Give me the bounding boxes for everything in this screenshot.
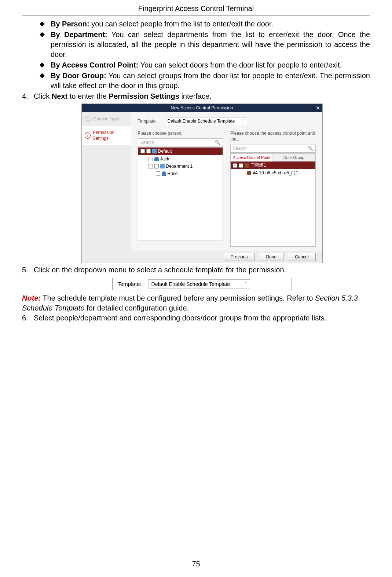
step-text: interface. (179, 92, 212, 100)
bullet-item: By Access Control Point: You can select … (43, 60, 370, 70)
cancel-button[interactable]: Cancel (288, 253, 315, 261)
tree-root[interactable]: − Default (138, 148, 223, 155)
checkbox[interactable] (146, 149, 151, 153)
bullet-text: You can select doors from the door list … (138, 61, 342, 69)
note-text: The schedule template must be configured… (41, 294, 315, 302)
collapse-icon[interactable]: − (140, 149, 145, 153)
checkbox[interactable] (239, 163, 243, 168)
tree-label: 门禁组1 (250, 162, 266, 168)
chevron-down-icon: ˅ (243, 119, 245, 124)
step-5: 5. Click on the dropdown menu to select … (22, 265, 370, 290)
bullet-item: By Person: you can select people from th… (43, 19, 370, 29)
person-tree[interactable]: − Default Jack (138, 147, 223, 240)
template-value: Default Enable Schedule Template (168, 118, 235, 124)
running-header: Fingerprint Access Control Terminal (22, 0, 370, 15)
step-label: Choose Type (94, 116, 120, 122)
wizard-step-2[interactable]: 2 Permission Settings (82, 126, 131, 145)
bullet-item: By Department: You can select department… (43, 30, 370, 59)
step-text: Select people/department and correspondi… (34, 314, 326, 322)
chevron-down-icon: ˅ (245, 282, 247, 287)
checkbox[interactable] (156, 171, 160, 176)
bullet-bold: By Person: (51, 20, 89, 28)
step-number: 5. (22, 265, 28, 275)
page-number: 75 (0, 559, 392, 569)
note-label: Note: (22, 294, 41, 302)
template-label: Template: (138, 118, 160, 124)
permission-dialog-figure: New Access Control Permission ✕ 1 Choose… (81, 104, 323, 263)
template-value: Default Enable Schedule Template (151, 281, 230, 288)
step-text: to enter the (67, 92, 109, 100)
bullet-list: By Person: you can select people from th… (22, 19, 370, 91)
done-button[interactable]: Done (259, 253, 283, 261)
wizard-step-1[interactable]: 1 Choose Type (82, 112, 131, 126)
tree-label: Rose (168, 171, 178, 177)
group-icon (160, 164, 165, 168)
note-text: for detailed configuration guide. (85, 304, 189, 312)
dialog-main: Template: Default Enable Schedule Templa… (131, 112, 322, 251)
step-bold: Next (52, 92, 67, 100)
template-select[interactable]: Default Enable Schedule Template ˅ (165, 117, 247, 125)
bullet-bold: By Access Control Point: (51, 61, 138, 69)
template-select[interactable]: Default Enable Schedule Template ˅ (148, 279, 250, 289)
bullet-text: you can select people from the list to e… (89, 20, 273, 28)
step-badge: 1 (85, 116, 91, 122)
tab-door-group[interactable]: Door Group (273, 154, 315, 162)
tree-label: 44-19-b6-c5-cb-a6_门1 (253, 170, 298, 176)
door-column: Please choose the access control point a… (230, 130, 316, 246)
close-icon[interactable]: ✕ (316, 104, 320, 112)
bullet-bold: By Door Group: (51, 72, 106, 80)
bullet-bold: By Department: (51, 30, 107, 39)
tree-label: Default (158, 148, 172, 154)
search-placeholder: Search (233, 145, 247, 151)
step-number: 6. (22, 313, 28, 323)
person-icon (154, 157, 159, 161)
collapse-icon[interactable]: − (149, 164, 153, 168)
tree-node[interactable]: Jack (138, 155, 223, 163)
step-4: 4. Click Next to enter the Permission Se… (22, 91, 370, 263)
door-tree[interactable]: Access Control Point Door Group − 门禁组1 (230, 153, 316, 247)
door-search-input[interactable]: Search 🔍 (230, 145, 316, 153)
step-label: Permission Settings (93, 130, 128, 141)
person-search-input[interactable]: Search 🔍 (138, 138, 223, 146)
column-caption: Please choose the access control point a… (230, 130, 316, 142)
step-bold: Permission Settings (109, 92, 179, 100)
tab-access-point[interactable]: Access Control Point (231, 154, 273, 162)
ordered-steps: 4. Click Next to enter the Permission Se… (22, 91, 370, 290)
step-number: 4. (22, 91, 28, 101)
step-6: 6. Select people/department and correspo… (22, 313, 370, 323)
checkbox[interactable] (241, 171, 245, 175)
door-icon (247, 171, 251, 175)
dialog-buttons: Previous Done Cancel (82, 251, 322, 263)
dialog-titlebar: New Access Control Permission ✕ (82, 104, 322, 112)
tree-label: Jack (160, 156, 169, 162)
step-text: Click (34, 92, 52, 100)
checkbox[interactable] (149, 157, 153, 161)
door-group-icon (245, 163, 249, 168)
step-badge: 2 (85, 132, 91, 139)
tree-label: Department 1 (166, 163, 193, 169)
person-column: Please choose person. Search 🔍 − (138, 130, 223, 246)
tree-node[interactable]: − Department 1 (138, 163, 223, 170)
wizard-sidebar: 1 Choose Type 2 Permission Settings (82, 112, 131, 251)
search-placeholder: Search (140, 139, 154, 145)
template-dropdown-figure: Template: Default Enable Schedule Templa… (112, 278, 292, 290)
ordered-steps-cont: 6. Select people/department and correspo… (22, 313, 370, 323)
tree-root[interactable]: − 门禁组1 (231, 162, 315, 169)
column-caption: Please choose person. (138, 130, 223, 136)
door-tabs: Access Control Point Door Group (231, 154, 315, 162)
collapse-icon[interactable]: − (233, 163, 237, 168)
person-icon (162, 171, 166, 176)
tree-node[interactable]: Rose (138, 170, 223, 177)
group-icon (152, 149, 157, 153)
tree-node[interactable]: 44-19-b6-c5-cb-a6_门1 (231, 169, 315, 177)
search-icon: 🔍 (215, 139, 220, 145)
previous-button[interactable]: Previous (224, 253, 255, 261)
note-paragraph: Note: The schedule template must be conf… (22, 293, 370, 313)
template-label: Template: (118, 280, 142, 288)
checkbox[interactable] (154, 164, 159, 168)
dialog-title: New Access Control Permission (171, 105, 233, 110)
bullet-item: By Door Group: You can select groups fro… (43, 71, 370, 91)
search-icon: 🔍 (308, 145, 313, 151)
step-text: Click on the dropdown menu to select a s… (34, 266, 286, 274)
